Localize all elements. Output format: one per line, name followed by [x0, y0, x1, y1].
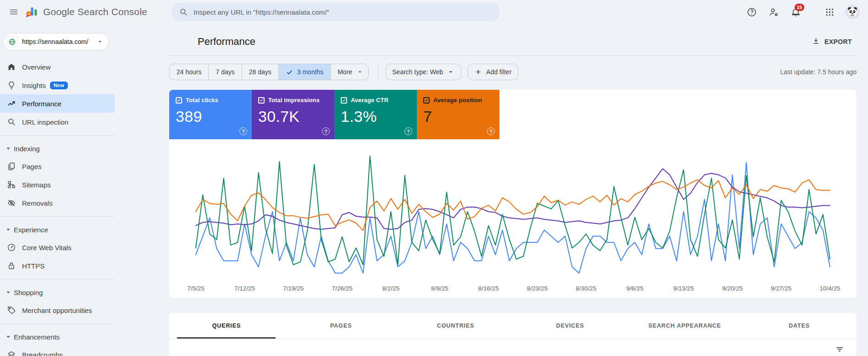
metric-help-icon[interactable]: ? — [322, 127, 330, 135]
add-filter-label: Add filter — [486, 68, 511, 76]
sidebar-item-label: Performance — [22, 100, 61, 108]
metric-help-icon[interactable]: ? — [404, 127, 412, 135]
sidebar-item-sitemaps[interactable]: Sitemaps — [0, 175, 115, 194]
sidebar-section-indexing[interactable]: Indexing — [0, 140, 115, 157]
removals-icon — [7, 198, 16, 208]
metric-checkbox[interactable] — [258, 97, 265, 104]
sidebar-item-label: HTTPS — [22, 262, 44, 270]
url-inspection-input[interactable] — [194, 8, 497, 16]
sidebar-item-core-web-vitals[interactable]: Core Web Vitals — [0, 238, 115, 257]
pages-icon — [7, 162, 16, 171]
export-button[interactable]: EXPORT — [807, 33, 857, 50]
metric-card-average-ctr[interactable]: Average CTR1.3%? — [334, 90, 417, 139]
tab-search-appearance[interactable]: SEARCH APPEARANCE — [627, 313, 742, 339]
notifications-bell-icon[interactable]: 15 — [786, 3, 805, 21]
property-selector[interactable]: https://sennaalata.com/ — [3, 33, 109, 50]
x-axis-tick-label: 9/27/25 — [771, 285, 791, 292]
plus-icon — [474, 68, 482, 76]
sidebar-section-experience[interactable]: Experience — [0, 221, 115, 238]
sidebar-divider — [0, 135, 115, 136]
x-axis-tick-label: 8/9/25 — [431, 285, 448, 292]
search-icon — [179, 7, 188, 16]
manage-accounts-icon[interactable] — [764, 3, 783, 21]
sidebar-item-url-inspection[interactable]: URL inspection — [0, 113, 115, 131]
sidebar-item-label: Overview — [22, 63, 51, 71]
app-logo[interactable]: Google Search Console — [26, 5, 147, 18]
sidebar-item-label: Merchant opportunities — [22, 307, 92, 314]
section-title: Experience — [14, 226, 48, 234]
section-title: Enhancements — [14, 333, 60, 341]
date-range-label: 7 days — [216, 68, 234, 76]
tab-label: PAGES — [330, 323, 352, 329]
sidebar-section-shopping[interactable]: Shopping — [0, 284, 115, 301]
sidebar-divider — [0, 216, 115, 217]
top-app-bar: Google Search Console 15 — [0, 0, 868, 24]
add-filter-button[interactable]: Add filter — [468, 64, 518, 80]
tab-queries[interactable]: QUERIES — [169, 313, 284, 339]
date-range-7-days[interactable]: 7 days — [208, 64, 241, 80]
metric-card-total-impressions[interactable]: Total impressions30.7K? — [252, 90, 334, 139]
date-range-more[interactable]: More — [330, 64, 368, 80]
help-icon[interactable] — [742, 3, 761, 21]
sidebar-divider — [0, 279, 115, 279]
x-axis-tick-label: 9/6/25 — [626, 285, 644, 292]
date-range-28-days[interactable]: 28 days — [242, 64, 278, 80]
x-axis-tick-label: 8/16/25 — [478, 285, 499, 292]
trend-icon — [7, 99, 16, 108]
chevron-down-icon — [96, 38, 104, 46]
metric-label: Average CTR — [351, 97, 388, 104]
metric-card-total-clicks[interactable]: Total clicks389? — [169, 90, 252, 139]
metric-value: 30.7K — [258, 108, 328, 126]
home-icon — [7, 62, 16, 71]
metric-help-icon[interactable]: ? — [239, 127, 247, 135]
google-apps-grid-icon[interactable] — [820, 3, 839, 21]
tab-pages[interactable]: PAGES — [284, 313, 398, 339]
sidebar-item-insights[interactable]: InsightsNew — [0, 76, 115, 94]
tab-devices[interactable]: DEVICES — [513, 313, 627, 339]
search-type-filter[interactable]: Search type: Web — [386, 64, 461, 80]
x-axis-tick-label: 8/23/25 — [527, 285, 547, 292]
chart-line-ctr — [196, 156, 830, 265]
sidebar-item-https[interactable]: HTTPS — [0, 257, 115, 275]
metric-checkbox[interactable] — [423, 97, 430, 104]
x-axis-tick-label: 9/20/25 — [722, 285, 743, 292]
url-inspection-search-bar[interactable] — [171, 3, 500, 21]
date-range-label: 24 hours — [177, 68, 201, 76]
tab-dates[interactable]: DATES — [742, 313, 857, 339]
date-range-segmented-control: 24 hours7 days28 days3 monthsMore — [169, 64, 369, 80]
metric-label: Total impressions — [268, 97, 320, 104]
chevron-down-icon — [356, 68, 361, 76]
hamburger-menu-icon[interactable] — [5, 3, 23, 21]
performance-chart[interactable]: 7/5/257/12/257/19/257/26/258/2/258/9/258… — [169, 139, 857, 298]
metric-checkbox[interactable] — [176, 97, 182, 104]
date-range-3-months[interactable]: 3 months — [278, 64, 331, 80]
export-label: EXPORT — [824, 38, 852, 45]
sidebar-item-overview[interactable]: Overview — [0, 58, 115, 76]
metric-checkbox[interactable] — [341, 97, 347, 104]
metric-value: 7 — [423, 108, 493, 126]
chevron-down-icon — [447, 68, 455, 76]
x-axis-tick-label: 8/30/25 — [576, 285, 597, 292]
metric-help-icon[interactable]: ? — [487, 127, 495, 135]
tag-icon — [7, 306, 16, 315]
collapse-caret-icon — [4, 333, 12, 341]
x-axis-tick-label: 8/2/25 — [382, 285, 400, 292]
performance-chart-svg: 7/5/257/12/257/19/257/26/258/2/258/9/258… — [169, 139, 857, 298]
sidebar-item-performance[interactable]: Performance — [0, 94, 115, 113]
search-type-label: Search type: Web — [392, 68, 443, 76]
tab-label: DEVICES — [556, 323, 584, 329]
sidebar-item-merchant-opportunities[interactable]: Merchant opportunities — [0, 301, 115, 319]
collapse-caret-icon — [4, 288, 12, 296]
sidebar-item-breadcrumbs[interactable]: Breadcrumbs — [0, 345, 115, 356]
metric-card-average-position[interactable]: Average position7? — [417, 90, 499, 139]
user-avatar[interactable] — [845, 5, 860, 19]
date-range-24-hours[interactable]: 24 hours — [170, 64, 208, 80]
section-title: Shopping — [14, 289, 43, 296]
sidebar-item-pages[interactable]: Pages — [0, 157, 115, 175]
sidebar-item-label: Removals — [22, 199, 53, 207]
tab-countries[interactable]: COUNTRIES — [398, 313, 513, 339]
sidebar-divider — [0, 323, 115, 324]
filter-list-icon[interactable] — [834, 344, 846, 356]
sidebar-item-removals[interactable]: Removals — [0, 194, 115, 212]
sidebar-section-enhancements[interactable]: Enhancements — [0, 328, 115, 345]
